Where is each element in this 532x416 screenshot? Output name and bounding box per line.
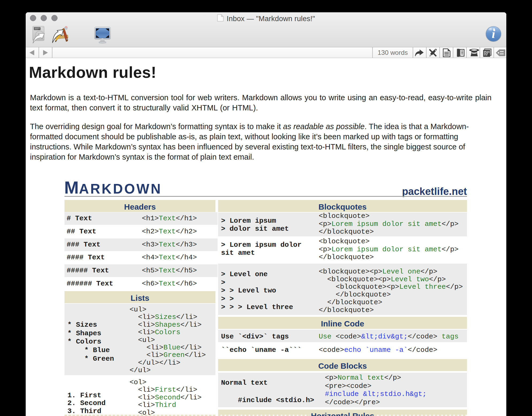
svg-text:i: i: [492, 27, 495, 41]
